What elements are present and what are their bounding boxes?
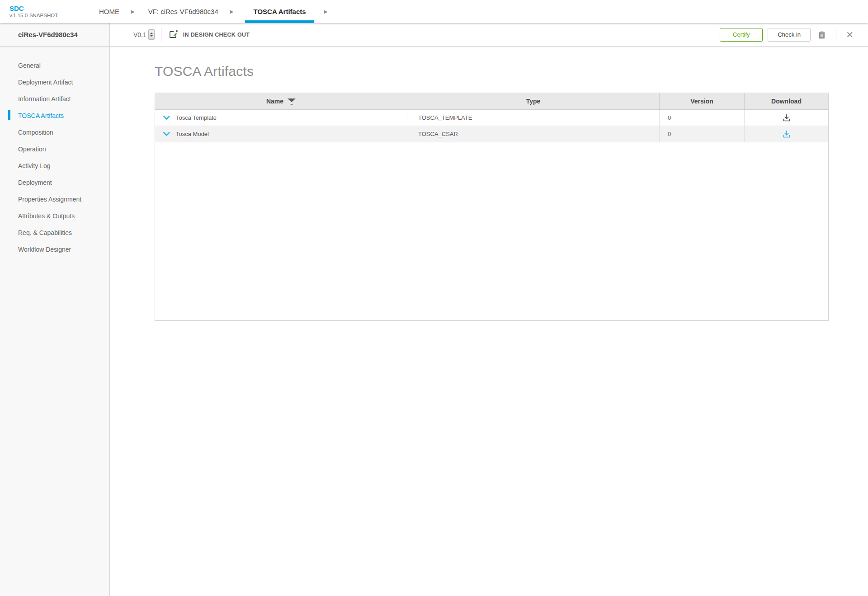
sidebar-item-workflow-designer[interactable]: Workflow Designer — [0, 241, 109, 258]
breadcrumb-home[interactable]: HOME — [97, 0, 121, 23]
sidebar-item-tosca-artifacts[interactable]: TOSCA Artifacts — [0, 107, 109, 124]
download-cell — [745, 110, 828, 126]
sidebar-item-information-artifact[interactable]: Information Artifact — [0, 90, 109, 107]
column-header-type[interactable]: Type — [407, 93, 660, 109]
sidebar-item-composition[interactable]: Composition — [0, 124, 109, 141]
name-cell: Tosca Model — [155, 126, 407, 142]
workspace-actions: Certify Check in ✕ — [720, 23, 868, 46]
app-logo[interactable]: SDC v.1.15.0-SNAPSHOT — [0, 5, 97, 18]
download-button[interactable] — [781, 113, 792, 123]
version-cell: 0 — [660, 126, 745, 142]
trash-icon — [817, 30, 826, 40]
divider — [161, 28, 161, 42]
resource-name-title: ciRes-VF6d980c34 — [18, 31, 78, 38]
tosca-artifacts-table: Name ⌄ Type Version Download Tosca Templ… — [155, 93, 829, 321]
app-logo-text: SDC — [9, 5, 97, 12]
sidebar-item-attributes-outputs[interactable]: Attributes & Outputs — [0, 207, 109, 224]
sidebar-item-properties-assignment[interactable]: Properties Assignment — [0, 191, 109, 207]
lifecycle-status-label: IN DESIGN CHECK OUT — [183, 32, 250, 38]
main-content: TOSCA Artifacts Name ⌄ Type Version Down… — [110, 47, 868, 596]
version-label: V0.1 — [133, 31, 146, 38]
active-tab-underline — [245, 20, 314, 23]
download-icon — [782, 130, 791, 139]
spinner-down-icon — [150, 35, 153, 37]
breadcrumb-vf[interactable]: VF: ciRes-VF6d980c34 — [146, 0, 220, 23]
active-item-indicator — [8, 110, 10, 120]
workspace-header: ciRes-VF6d980c34 V0.1 IN DESIGN CHECK OU… — [0, 23, 868, 47]
type-cell: TOSCA_TEMPLATE — [407, 110, 660, 126]
sidebar-item-req-capabilities[interactable]: Req. & Capabilities — [0, 224, 109, 241]
expand-row-button[interactable] — [163, 132, 170, 136]
spinner-up-icon — [150, 33, 153, 34]
download-button[interactable] — [781, 129, 792, 140]
sidebar-header: ciRes-VF6d980c34 — [0, 23, 110, 46]
column-header-version[interactable]: Version — [660, 93, 745, 109]
certify-button[interactable]: Certify — [720, 28, 763, 42]
page-body: General Deployment Artifact Information … — [0, 47, 868, 596]
check-out-icon — [169, 29, 179, 41]
chevron-down-icon — [163, 116, 170, 120]
type-cell: TOSCA_CSAR — [407, 126, 660, 142]
breadcrumb-tosca-artifacts[interactable]: TOSCA Artifacts — [245, 0, 314, 23]
divider — [836, 29, 836, 41]
column-header-download[interactable]: Download — [745, 93, 828, 109]
sidebar-item-deployment-artifact[interactable]: Deployment Artifact — [0, 74, 109, 90]
breadcrumb-arrow-icon: ▶ — [314, 9, 340, 14]
download-icon — [782, 113, 791, 122]
sidebar-item-operation[interactable]: Operation — [0, 141, 109, 157]
version-selector[interactable] — [148, 29, 155, 40]
sidebar-item-activity-log[interactable]: Activity Log — [0, 157, 109, 174]
sidebar-menu: General Deployment Artifact Information … — [0, 47, 110, 596]
close-icon: ✕ — [846, 30, 854, 39]
check-in-button[interactable]: Check in — [768, 28, 811, 42]
sort-caret-icon: ⌄ — [290, 103, 293, 105]
app-version-text: v.1.15.0-SNAPSHOT — [9, 13, 97, 18]
expand-row-button[interactable] — [163, 116, 170, 120]
close-button[interactable]: ✕ — [844, 28, 855, 41]
page-title: TOSCA Artifacts — [155, 64, 868, 79]
version-status-area: V0.1 IN DESIGN CHECK OUT — [110, 23, 720, 46]
breadcrumb: HOME ▶ VF: ciRes-VF6d980c34 ▶ TOSCA Arti… — [97, 0, 339, 23]
chevron-down-icon — [163, 132, 170, 136]
sidebar-item-general[interactable]: General — [0, 57, 109, 74]
table-header-row: Name ⌄ Type Version Download — [155, 93, 828, 110]
breadcrumb-arrow-icon: ▶ — [121, 9, 146, 14]
top-navigation-bar: SDC v.1.15.0-SNAPSHOT HOME ▶ VF: ciRes-V… — [0, 0, 868, 23]
breadcrumb-arrow-icon: ▶ — [220, 9, 245, 14]
breadcrumb-tosca-artifacts-label: TOSCA Artifacts — [253, 8, 306, 15]
delete-button[interactable] — [816, 28, 828, 42]
table-row-tosca-template: Tosca Template TOSCA_TEMPLATE 0 — [155, 110, 828, 126]
sort-filter-icon[interactable]: ⌄ — [288, 99, 296, 105]
name-cell: Tosca Template — [155, 110, 407, 126]
column-header-name[interactable]: Name ⌄ — [155, 93, 407, 109]
table-row-tosca-model: Tosca Model TOSCA_CSAR 0 — [155, 126, 828, 142]
sidebar-item-deployment[interactable]: Deployment — [0, 174, 109, 191]
version-cell: 0 — [660, 110, 745, 126]
download-cell — [745, 126, 828, 142]
